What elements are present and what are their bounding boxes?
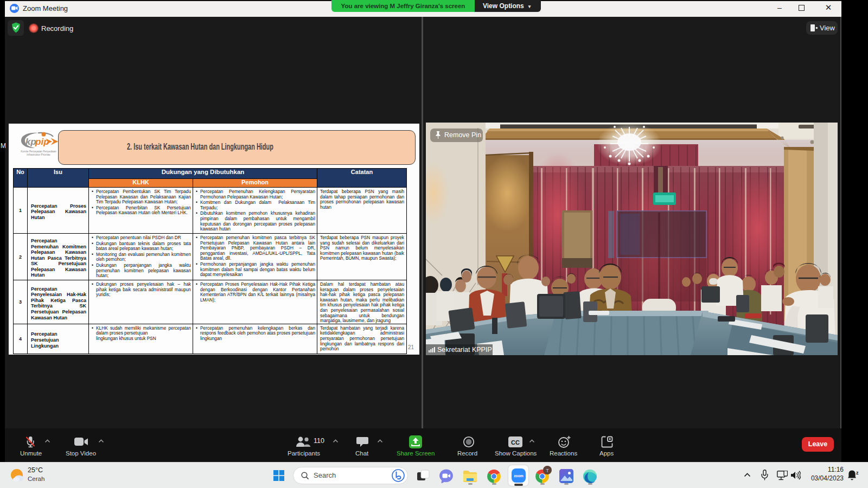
svg-text:pip: pip bbox=[35, 136, 49, 147]
svg-text:zoom: zoom bbox=[514, 474, 524, 478]
svg-text:Infrastruktur Prioritas: Infrastruktur Prioritas bbox=[27, 153, 50, 156]
svg-text:Komite Percepatan Penyediaan: Komite Percepatan Penyediaan bbox=[21, 150, 56, 153]
svg-text:CC: CC bbox=[511, 439, 520, 446]
svg-text:T: T bbox=[546, 468, 549, 473]
svg-text:z: z bbox=[856, 470, 859, 476]
